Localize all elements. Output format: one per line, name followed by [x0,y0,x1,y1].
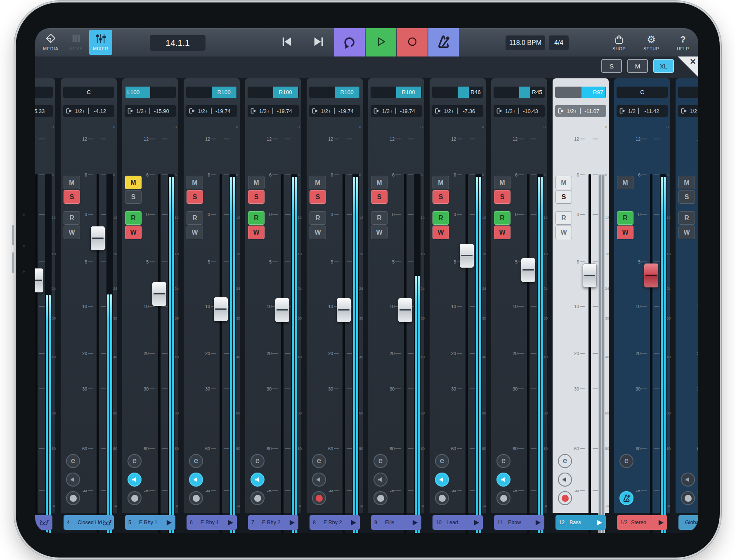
pan-control[interactable]: R45 [494,87,545,98]
record-arm-button[interactable] [373,491,388,505]
fader-track[interactable] [527,174,529,533]
fader-handle[interactable] [91,226,105,250]
fader-track[interactable] [220,174,222,533]
write-automation-button[interactable]: W [555,226,572,239]
write-automation-button[interactable]: W [248,226,265,239]
channel-edit-button[interactable]: e [189,454,203,468]
pan-control[interactable]: R100 [371,87,422,98]
pan-control[interactable]: R100 [309,87,360,98]
pan-control[interactable] [678,87,698,98]
record-arm-button[interactable] [435,491,449,505]
output-routing-button[interactable]: 1/2-11.42 [617,105,668,117]
record-arm-button[interactable] [681,491,695,505]
write-automation-button[interactable]: W [432,226,449,239]
monitor-button[interactable] [312,473,326,487]
channel-edit-button[interactable]: e [128,454,142,468]
channel-label-stereo[interactable]: 1/2Stereo [617,515,667,530]
channel-label-7[interactable]: 7E Rhy 2 [248,515,298,530]
monitor-button[interactable] [373,473,388,487]
channel-strip-6[interactable]: R1001/2+-19.74MSRW1260510203060-∞0612182… [184,78,240,513]
channel-label-edge[interactable]: d [35,515,52,530]
pan-control[interactable]: R100 [248,87,299,98]
output-routing-button[interactable]: 1/2+-10.43 [494,105,545,117]
fader-handle[interactable] [398,298,412,322]
record-arm-button[interactable] [312,491,326,505]
record-arm-button[interactable] [66,491,80,505]
fader-handle[interactable] [460,244,474,268]
fader-track[interactable] [466,174,468,533]
write-automation-button[interactable]: W [310,226,326,239]
solo-button[interactable]: S [248,190,265,204]
fader-handle[interactable] [214,297,228,321]
mute-button[interactable]: M [678,176,695,189]
solo-button[interactable]: S [555,190,572,204]
mute-button[interactable]: M [125,176,142,189]
fader-track[interactable] [35,174,38,533]
monitor-button[interactable] [496,473,510,487]
record-arm-button[interactable] [128,491,142,505]
fader-handle[interactable] [337,298,351,322]
channel-label-10[interactable]: 10Lead [432,515,483,530]
write-automation-button[interactable]: W [125,226,142,239]
mute-button[interactable]: M [64,176,80,189]
channel-edit-button[interactable]: e [66,454,80,468]
channel-edit-button[interactable]: e [496,454,510,468]
fader-handle[interactable] [275,298,289,322]
pan-control[interactable]: C [63,87,114,98]
output-routing-button[interactable]: 1/2+-15.90 [125,105,176,117]
solo-button[interactable]: S [494,190,510,204]
output-routing-button[interactable]: 1/2+-19.74 [371,105,422,117]
pan-control[interactable]: R97 [555,87,606,98]
channel-label-6[interactable]: 6E Rhy 1 [187,515,237,530]
record-arm-button[interactable] [251,491,265,505]
output-routing-button[interactable]: 1/2+-4.12 [63,105,114,117]
write-automation-button[interactable]: W [678,226,695,239]
mute-button[interactable]: M [617,176,633,189]
record-arm-button[interactable] [189,491,203,505]
monitor-button[interactable] [66,473,80,487]
output-routing-button[interactable]: 1/2+-19.74 [248,105,299,117]
pan-control[interactable]: R46 [432,87,483,98]
pan-control[interactable]: R100 [186,87,237,98]
write-automation-button[interactable]: W [187,226,203,239]
channel-label-11[interactable]: 11Ebow [494,515,544,530]
record-arm-button[interactable] [496,491,510,505]
mute-button[interactable]: M [432,176,449,189]
channel-strip-5[interactable]: L1001/2+-15.90MSRW1260510203060-∞0612182… [122,78,178,513]
mute-button[interactable]: M [187,176,203,189]
channel-strip-global[interactable]: 1/2MSRW1260510203060-∞0612182430406080-∞ [676,78,698,513]
fader-handle[interactable] [583,264,597,287]
channel-strip-stereo[interactable]: C1/2-11.42MRW1260510203060-∞061218243040… [614,78,670,513]
output-routing-button[interactable]: 1/2+-19.74 [309,105,360,117]
write-automation-button[interactable]: W [494,226,510,239]
fader-handle[interactable] [644,264,658,287]
pan-control[interactable]: L100 [125,87,176,98]
mute-button[interactable]: M [371,176,388,189]
solo-button[interactable]: S [125,190,142,204]
monitor-button[interactable] [435,473,449,487]
solo-button[interactable]: S [187,190,203,204]
channel-strip-4[interactable]: C1/2+-4.12MSRW1260510203060-∞06121824304… [61,78,117,513]
fader-handle[interactable] [521,258,535,282]
channel-edit-button[interactable]: e [373,454,388,468]
output-routing-button[interactable]: 1/2+-7.36 [432,105,483,117]
fader-track[interactable] [588,174,591,533]
pan-control[interactable]: C [35,87,53,98]
mute-button[interactable]: M [248,176,265,189]
pan-control[interactable]: C [617,87,668,98]
channel-label-12[interactable]: 12Bass [555,515,606,530]
monitor-button[interactable] [128,473,142,487]
output-routing-button[interactable]: 1/2+-11.07 [555,105,606,117]
channel-strip-12[interactable]: R971/2+-11.07MSRW1260510203060-∞06121824… [553,78,609,513]
record-arm-button[interactable] [558,491,572,505]
output-routing-button[interactable]: 1/2+-5.33 [35,105,53,117]
monitor-button[interactable] [558,473,572,487]
channel-edit-button[interactable]: e [558,454,572,468]
channel-edit-button[interactable]: e [619,454,633,468]
channel-strip-edge[interactable]: C1/2+-5.33MSRW1260510203060-∞06121824304… [35,78,55,513]
fader-track[interactable] [158,174,161,533]
fader-handle[interactable] [35,268,43,292]
channel-label-9[interactable]: 9Fills [371,515,421,530]
solo-button[interactable]: S [432,190,449,204]
monitor-button[interactable] [251,473,265,487]
